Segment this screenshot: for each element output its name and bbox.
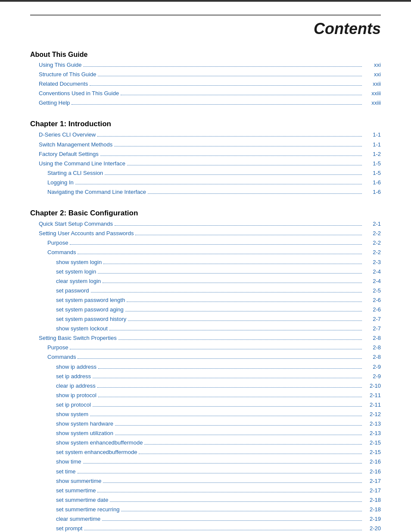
chapter2-heading: Chapter 2: Basic Configuration <box>30 209 381 218</box>
toc-page: 2-9 <box>364 372 381 381</box>
toc-label: set ip address <box>30 372 91 381</box>
toc-dots <box>75 184 362 184</box>
toc-entry[interactable]: Using the Command Line Interface 1-5 <box>30 159 381 168</box>
toc-entry[interactable]: Factory Default Settings 1-2 <box>30 149 381 159</box>
toc-label: Factory Default Settings <box>30 149 99 159</box>
toc-dots <box>90 416 362 416</box>
toc-label: clear ip address <box>30 381 96 391</box>
toc-entry[interactable]: Getting Help xxiii <box>30 98 381 108</box>
toc-label: clear system login <box>30 277 101 286</box>
toc-dots <box>105 174 362 175</box>
toc-dots <box>103 264 362 264</box>
toc-entry[interactable]: Commands 2-8 <box>30 352 381 362</box>
toc-entry[interactable]: Purpose 2-8 <box>30 343 381 352</box>
toc-page: 1-1 <box>364 140 381 149</box>
toc-dots <box>102 520 362 521</box>
toc-dots <box>103 283 362 283</box>
toc-label: show system <box>30 410 88 419</box>
toc-entry[interactable]: set system password history 2-7 <box>30 314 381 324</box>
toc-dots <box>135 235 362 235</box>
toc-entry[interactable]: Setting User Accounts and Passwords 2-2 <box>30 229 381 238</box>
toc-entry[interactable]: set summertime recurring 2-18 <box>30 505 381 514</box>
toc-dots <box>98 76 362 76</box>
toc-page: 2-15 <box>364 438 381 448</box>
toc-entry[interactable]: show system enhancedbuffermode 2-15 <box>30 438 381 448</box>
toc-page: 2-7 <box>364 324 381 333</box>
toc-entry[interactable]: Logging In 1-6 <box>30 178 381 187</box>
toc-entry[interactable]: Starting a CLI Session 1-5 <box>30 168 381 178</box>
toc-dots <box>91 292 362 292</box>
toc-entry[interactable]: set ip address 2-9 <box>30 372 381 381</box>
toc-page: 2-13 <box>364 429 381 438</box>
toc-entry[interactable]: Quick Start Setup Commands 2-1 <box>30 219 381 229</box>
toc-page: 2-11 <box>364 391 381 400</box>
toc-entry[interactable]: set summertime 2-17 <box>30 486 381 495</box>
toc-entry[interactable]: D-Series CLI Overview 1-1 <box>30 130 381 140</box>
toc-page: 1-5 <box>364 168 381 178</box>
toc-dots <box>72 104 362 105</box>
toc-entry[interactable]: set system password length 2-6 <box>30 296 381 305</box>
toc-entry[interactable]: set time 2-16 <box>30 467 381 476</box>
toc-entry[interactable]: Using This Guide xxi <box>30 60 381 70</box>
toc-label: set summertime recurring <box>30 505 119 514</box>
toc-label: Logging In <box>30 178 74 187</box>
toc-label: set system password aging <box>30 305 124 314</box>
toc-label: set system enhancedbuffermode <box>30 448 137 457</box>
toc-label: Quick Start Setup Commands <box>30 219 113 229</box>
toc-entry[interactable]: Setting Basic Switch Properties 2-8 <box>30 333 381 343</box>
toc-entry[interactable]: Conventions Used in This Guide xxiii <box>30 89 381 98</box>
toc-entry[interactable]: show summertime 2-17 <box>30 476 381 486</box>
toc-dots <box>93 378 362 378</box>
about-toc-section: Using This Guide xxi Structure of This G… <box>30 60 381 108</box>
toc-dots <box>115 225 362 226</box>
toc-label: Using This Guide <box>30 60 81 70</box>
toc-entry[interactable]: show time 2-16 <box>30 457 381 467</box>
toc-page: 2-5 <box>364 286 381 296</box>
toc-entry[interactable]: Structure of This Guide xxi <box>30 70 381 79</box>
toc-page: 2-17 <box>364 486 381 495</box>
toc-page: 2-16 <box>364 457 381 467</box>
toc-entry[interactable]: show system 2-12 <box>30 410 381 419</box>
page-title: Contents <box>30 20 381 38</box>
toc-entry[interactable]: Switch Management Methods 1-1 <box>30 140 381 149</box>
toc-label: show system enhancedbuffermode <box>30 438 143 448</box>
toc-entry[interactable]: Related Documents xxii <box>30 79 381 89</box>
toc-entry[interactable]: show ip address 2-9 <box>30 362 381 372</box>
toc-entry[interactable]: set password 2-5 <box>30 286 381 296</box>
toc-label: show system hardware <box>30 419 113 429</box>
toc-dots <box>121 95 362 95</box>
toc-page: 2-15 <box>364 448 381 457</box>
toc-label: Starting a CLI Session <box>30 168 103 178</box>
toc-entry[interactable]: set summertime date 2-18 <box>30 495 381 505</box>
toc-entry[interactable]: set system enhancedbuffermode 2-15 <box>30 448 381 457</box>
toc-entry[interactable]: show system utilization 2-13 <box>30 429 381 438</box>
toc-label: Related Documents <box>30 79 88 89</box>
toc-entry[interactable]: clear ip address 2-10 <box>30 381 381 391</box>
toc-label: show system login <box>30 258 102 267</box>
toc-entry[interactable]: set system password aging 2-6 <box>30 305 381 314</box>
toc-page: 1-2 <box>364 149 381 159</box>
toc-entry[interactable]: show system lockout 2-7 <box>30 324 381 333</box>
toc-dots <box>109 330 362 330</box>
toc-entry[interactable]: set system login 2-4 <box>30 267 381 277</box>
toc-dots <box>115 435 362 435</box>
toc-entry[interactable]: clear system login 2-4 <box>30 277 381 286</box>
toc-entry[interactable]: clear summertime 2-19 <box>30 514 381 524</box>
toc-entry[interactable]: set prompt 2-20 <box>30 524 381 532</box>
toc-entry[interactable]: show ip protocol 2-11 <box>30 391 381 400</box>
toc-entry[interactable]: Commands 2-2 <box>30 248 381 257</box>
toc-entry[interactable]: show system login 2-3 <box>30 258 381 267</box>
toc-dots <box>70 244 362 245</box>
toc-page: 2-1 <box>364 219 381 229</box>
toc-entry[interactable]: Navigating the Command Line Interface 1-… <box>30 187 381 197</box>
toc-label: Getting Help <box>30 98 70 108</box>
toc-entry[interactable]: show system hardware 2-13 <box>30 419 381 429</box>
toc-dots <box>83 463 362 464</box>
toc-page: 2-6 <box>364 296 381 305</box>
toc-entry[interactable]: Purpose 2-2 <box>30 238 381 248</box>
toc-label: Commands <box>30 352 76 362</box>
toc-label: Commands <box>30 248 76 257</box>
toc-page: 2-12 <box>364 410 381 419</box>
toc-entry[interactable]: set ip protocol 2-11 <box>30 400 381 410</box>
toc-label: set summertime <box>30 486 96 495</box>
